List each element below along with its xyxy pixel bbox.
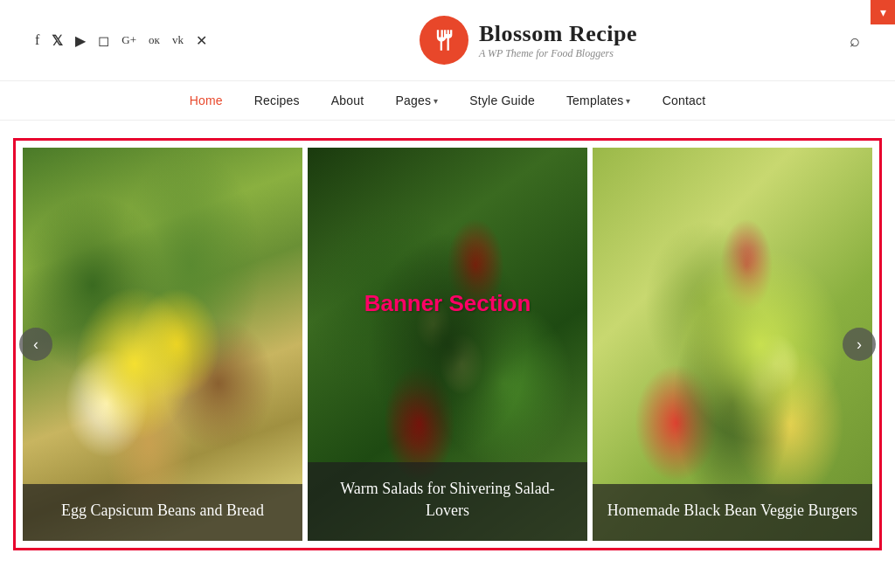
slider-wrapper: ‹ Egg Capsicum Beans and Bread Banner Se… xyxy=(23,148,872,541)
slide-1-caption: Egg Capsicum Beans and Bread xyxy=(23,484,302,541)
xing-icon[interactable]: ✕ xyxy=(196,32,207,49)
search-icon: ⌕ xyxy=(850,31,860,50)
slide-1: Egg Capsicum Beans and Bread xyxy=(23,148,302,541)
nav-item-pages[interactable]: Pages ▾ xyxy=(395,93,438,107)
banner-label: Banner Section xyxy=(364,290,531,317)
fork-icon xyxy=(432,28,456,52)
slide-3: Homemade Black Bean Veggie Burgers xyxy=(593,148,872,541)
slides-container: Egg Capsicum Beans and Bread Banner Sect… xyxy=(23,148,872,541)
slide-3-image xyxy=(593,148,872,541)
chevron-down-icon: ▾ xyxy=(880,5,886,20)
slide-3-caption: Homemade Black Bean Veggie Burgers xyxy=(593,484,872,541)
dropdown-indicator[interactable]: ▾ xyxy=(871,0,895,24)
logo-area[interactable]: Blossom Recipe A WP Theme for Food Blogg… xyxy=(420,16,637,65)
nav-item-recipes[interactable]: Recipes xyxy=(254,93,300,107)
slide-2-caption: Warm Salads for Shivering Salad-Lovers xyxy=(308,462,587,541)
slide-1-image xyxy=(23,148,302,541)
vk-icon[interactable]: vk xyxy=(172,33,184,47)
instagram-icon[interactable]: ◻ xyxy=(98,32,109,49)
facebook-icon[interactable]: f xyxy=(35,32,39,48)
slide-2: Banner Section Warm Salads for Shivering… xyxy=(308,148,587,541)
google-plus-icon[interactable]: G+ xyxy=(121,33,136,47)
site-subtitle: A WP Theme for Food Bloggers xyxy=(479,47,637,60)
search-button[interactable]: ⌕ xyxy=(850,31,860,51)
navigation: Home Recipes About Pages ▾ Style Guide T… xyxy=(0,81,895,121)
logo-circle xyxy=(420,16,468,65)
slider-next-button[interactable]: › xyxy=(843,328,876,361)
nav-item-about[interactable]: About xyxy=(331,93,364,107)
main-content: ‹ Egg Capsicum Beans and Bread Banner Se… xyxy=(0,121,895,568)
nav-item-style-guide[interactable]: Style Guide xyxy=(469,93,535,107)
banner-section: ‹ Egg Capsicum Beans and Bread Banner Se… xyxy=(13,138,882,550)
slider-prev-button[interactable]: ‹ xyxy=(19,328,52,361)
logo-text-area: Blossom Recipe A WP Theme for Food Blogg… xyxy=(479,21,637,60)
odnoklassniki-icon[interactable]: ок xyxy=(149,33,160,47)
twitter-icon[interactable]: 𝕏 xyxy=(52,32,63,49)
nav-item-home[interactable]: Home xyxy=(190,93,223,107)
youtube-icon[interactable]: ▶ xyxy=(75,32,86,49)
pages-dropdown-arrow: ▾ xyxy=(434,96,438,106)
social-icons: f 𝕏 ▶ ◻ G+ ок vk ✕ xyxy=(35,32,207,49)
templates-dropdown-arrow: ▾ xyxy=(626,96,630,106)
nav-item-templates[interactable]: Templates ▾ xyxy=(566,93,631,107)
nav-item-contact[interactable]: Contact xyxy=(663,93,706,107)
site-title: Blossom Recipe xyxy=(479,21,637,47)
top-bar: f 𝕏 ▶ ◻ G+ ок vk ✕ Blossom Recipe A WP T… xyxy=(0,0,895,81)
